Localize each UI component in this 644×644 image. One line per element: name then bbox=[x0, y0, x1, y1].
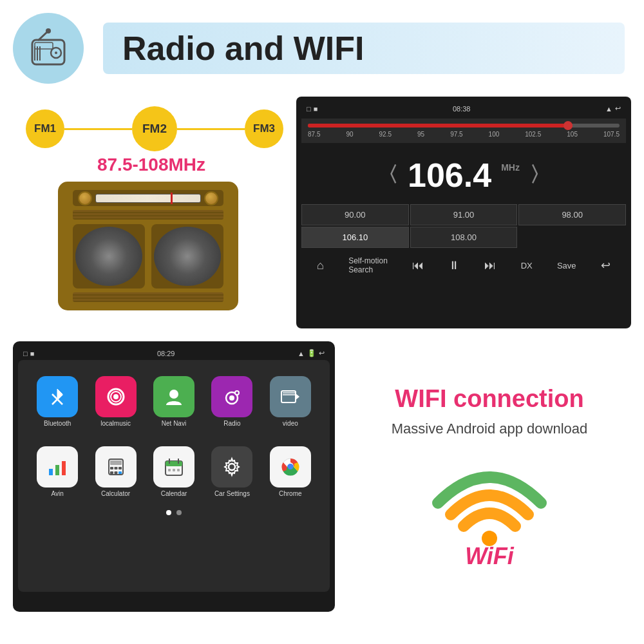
back-icon: ↩ bbox=[615, 104, 621, 113]
chrome-app-icon bbox=[270, 446, 311, 488]
freq-right-arrow[interactable]: 〉 bbox=[529, 161, 550, 189]
radio-icon-circle bbox=[13, 13, 84, 84]
back-btn[interactable]: ↩ bbox=[601, 258, 611, 272]
bottom-status-right: ▲ 🔋 ↩ bbox=[298, 349, 325, 357]
preset-5[interactable]: 108.00 bbox=[410, 227, 518, 248]
svg-rect-40 bbox=[177, 469, 180, 471]
page-dots bbox=[24, 510, 323, 515]
self-motion-search-btn[interactable]: Self-motionSearch bbox=[348, 256, 388, 274]
bluetooth-label: Bluetooth bbox=[44, 420, 71, 427]
dx-btn[interactable]: DX bbox=[521, 261, 533, 270]
netnavi-label: Net Navi bbox=[162, 420, 186, 427]
freq-left-arrow[interactable]: 〈 bbox=[377, 161, 398, 189]
square-icon-2: ■ bbox=[30, 350, 35, 357]
app-netnavi[interactable]: Net Navi bbox=[147, 376, 200, 427]
svg-rect-23 bbox=[49, 469, 53, 475]
app-video[interactable]: video bbox=[264, 376, 317, 427]
svg-rect-28 bbox=[110, 467, 113, 469]
fm1-node: FM1 bbox=[26, 109, 64, 148]
main-frequency-display: 〈 106.4 MHz 〉 bbox=[301, 146, 626, 201]
app-radio[interactable]: Radio bbox=[205, 376, 258, 427]
radio-controls-bar: ⌂ Self-motionSearch ⏮ ⏸ ⏭ DX Save ↩ bbox=[301, 251, 626, 279]
svg-rect-38 bbox=[168, 469, 171, 471]
radio-knob-right bbox=[204, 191, 218, 205]
prev-btn[interactable]: ⏮ bbox=[412, 259, 424, 272]
android-home-screen: □ ■ 08:29 ▲ 🔋 ↩ Bluetooth bbox=[13, 341, 335, 612]
save-btn[interactable]: Save bbox=[557, 261, 576, 270]
wifi-icon: ▲ bbox=[298, 350, 305, 357]
app-chrome[interactable]: Chrome bbox=[264, 446, 317, 497]
app-localmusic[interactable]: localmusic bbox=[89, 376, 142, 427]
app-calendar[interactable]: Calendar bbox=[147, 446, 200, 497]
wifi-panel: WIFI connection Massive Android app down… bbox=[348, 341, 631, 612]
video-app-icon bbox=[270, 376, 311, 417]
back-icon-2: ↩ bbox=[319, 349, 325, 357]
freq-slider-thumb bbox=[564, 121, 573, 130]
radio-knob-left bbox=[78, 191, 92, 205]
netnavi-app-icon bbox=[153, 376, 194, 417]
speaker-right bbox=[151, 224, 223, 289]
fm-line-1 bbox=[64, 128, 132, 130]
radio-frequency-bar: 87.5 90 92.5 95 97.5 100 102.5 105 107.5 bbox=[301, 118, 626, 143]
svg-point-41 bbox=[229, 464, 235, 470]
svg-point-16 bbox=[229, 395, 234, 401]
svg-rect-25 bbox=[62, 461, 66, 475]
fm-frequency-range: 87.5-108MHz bbox=[19, 155, 283, 175]
status-time: 08:38 bbox=[453, 105, 471, 113]
android-home-area: Bluetooth localmusic Net Navi bbox=[18, 360, 330, 592]
home-btn[interactable]: ⌂ bbox=[317, 259, 324, 272]
radio-stripe-bottom bbox=[73, 292, 223, 302]
next-btn[interactable]: ⏭ bbox=[484, 259, 496, 272]
chrome-label: Chrome bbox=[279, 490, 302, 497]
window-icon: □ bbox=[307, 105, 311, 113]
left-panel: FM1 FM2 FM3 87.5-108MHz bbox=[13, 97, 283, 328]
svg-rect-29 bbox=[114, 467, 117, 469]
app-car-settings[interactable]: Car Settings bbox=[205, 446, 258, 497]
vintage-radio-image bbox=[58, 182, 238, 310]
preset-grid: 90.00 91.00 98.00 106.10 108.00 bbox=[301, 204, 626, 248]
preset-4[interactable]: 106.10 bbox=[301, 227, 409, 248]
preset-1[interactable]: 90.00 bbox=[301, 204, 409, 225]
main-content: FM1 FM2 FM3 87.5-108MHz bbox=[0, 90, 644, 335]
fm-connector: FM1 FM2 FM3 bbox=[26, 106, 283, 151]
freq-unit: MHz bbox=[501, 162, 520, 173]
localmusic-label: localmusic bbox=[100, 420, 131, 427]
app-bluetooth[interactable]: Bluetooth bbox=[31, 376, 84, 427]
svg-text:WiFi: WiFi bbox=[465, 543, 515, 567]
preset-3[interactable]: 98.00 bbox=[518, 204, 626, 225]
avin-label: Avin bbox=[52, 490, 64, 497]
battery-icon: 🔋 bbox=[307, 349, 316, 357]
speaker-left bbox=[73, 224, 145, 289]
current-frequency: 106.4 bbox=[408, 156, 491, 194]
wifi-logo-svg: WiFi bbox=[419, 439, 560, 567]
preset-2[interactable]: 91.00 bbox=[410, 204, 518, 225]
header-section: Radio and WIFI bbox=[0, 0, 644, 90]
square-icon: ■ bbox=[314, 105, 318, 113]
radio-label: Radio bbox=[223, 420, 240, 427]
calculator-label: Calculator bbox=[101, 490, 130, 497]
calc-app-icon bbox=[95, 446, 137, 488]
svg-rect-27 bbox=[110, 460, 122, 465]
dot-2 bbox=[176, 510, 182, 515]
svg-rect-33 bbox=[118, 471, 122, 474]
bottom-status-time: 08:29 bbox=[157, 350, 175, 357]
svg-point-14 bbox=[169, 390, 178, 399]
settings-app-icon bbox=[211, 446, 252, 488]
bluetooth-app-icon bbox=[37, 376, 78, 417]
fm3-node: FM3 bbox=[245, 109, 283, 148]
freq-slider-track[interactable] bbox=[308, 124, 620, 128]
svg-point-1 bbox=[46, 28, 51, 33]
app-calculator[interactable]: Calculator bbox=[89, 446, 142, 497]
svg-point-18 bbox=[236, 392, 238, 394]
radio-svg-icon bbox=[26, 26, 71, 71]
app-grid-row2: Avin bbox=[24, 437, 323, 507]
radio-screen-panel: □ ■ 08:38 ▲ ↩ 87.5 90 92.5 95 97.5 100 1… bbox=[296, 97, 631, 328]
bottom-content: □ ■ 08:29 ▲ 🔋 ↩ Bluetooth bbox=[0, 335, 644, 618]
radio-stripe bbox=[73, 210, 223, 220]
window-icon-2: □ bbox=[23, 350, 28, 357]
play-pause-btn[interactable]: ⏸ bbox=[448, 259, 460, 272]
video-label: video bbox=[283, 420, 298, 427]
svg-rect-30 bbox=[118, 467, 122, 469]
fm-line-2 bbox=[177, 128, 245, 130]
app-avin[interactable]: Avin bbox=[31, 446, 84, 497]
